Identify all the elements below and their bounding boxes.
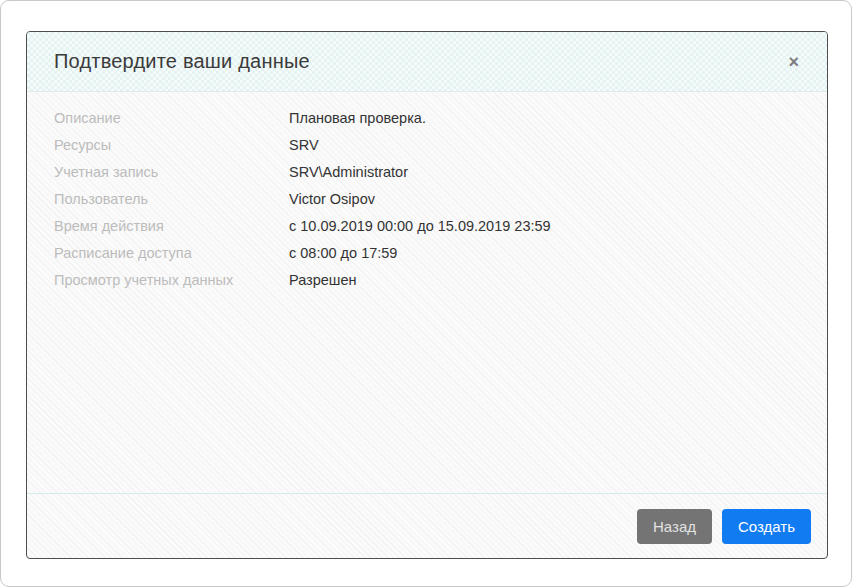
create-button[interactable]: Создать <box>722 509 811 544</box>
field-value: Victor Osipov <box>289 191 375 207</box>
field-value: с 08:00 до 17:59 <box>289 245 397 261</box>
field-row-access-schedule: Расписание доступа с 08:00 до 17:59 <box>54 245 800 272</box>
close-button[interactable]: × <box>784 49 803 75</box>
field-label: Учетная запись <box>54 164 289 180</box>
close-icon: × <box>788 52 799 72</box>
field-label: Время действия <box>54 218 289 234</box>
field-value: SRV\Administrator <box>289 164 408 180</box>
field-label: Ресурсы <box>54 137 289 153</box>
confirm-data-dialog: Подтвердите ваши данные × Описание Плано… <box>26 31 828 559</box>
page-background: Подтвердите ваши данные × Описание Плано… <box>0 0 852 587</box>
dialog-header: Подтвердите ваши данные × <box>27 32 827 92</box>
field-value: SRV <box>289 137 319 153</box>
dialog-footer: Назад Создать <box>27 493 827 558</box>
field-value: с 10.09.2019 00:00 до 15.09.2019 23:59 <box>289 218 551 234</box>
field-value: Разрешен <box>289 272 357 288</box>
dialog-body: Описание Плановая проверка. Ресурсы SRV … <box>27 92 827 493</box>
field-row-validity-period: Время действия с 10.09.2019 00:00 до 15.… <box>54 218 800 245</box>
field-row-description: Описание Плановая проверка. <box>54 110 800 137</box>
field-row-account: Учетная запись SRV\Administrator <box>54 164 800 191</box>
field-row-resources: Ресурсы SRV <box>54 137 800 164</box>
field-label: Пользователь <box>54 191 289 207</box>
back-button[interactable]: Назад <box>637 509 712 544</box>
field-label: Описание <box>54 110 289 126</box>
field-label: Расписание доступа <box>54 245 289 261</box>
field-row-credentials-view: Просмотр учетных данных Разрешен <box>54 272 800 299</box>
field-label: Просмотр учетных данных <box>54 272 289 288</box>
field-row-user: Пользователь Victor Osipov <box>54 191 800 218</box>
dialog-title: Подтвердите ваши данные <box>54 50 310 73</box>
field-value: Плановая проверка. <box>289 110 426 126</box>
